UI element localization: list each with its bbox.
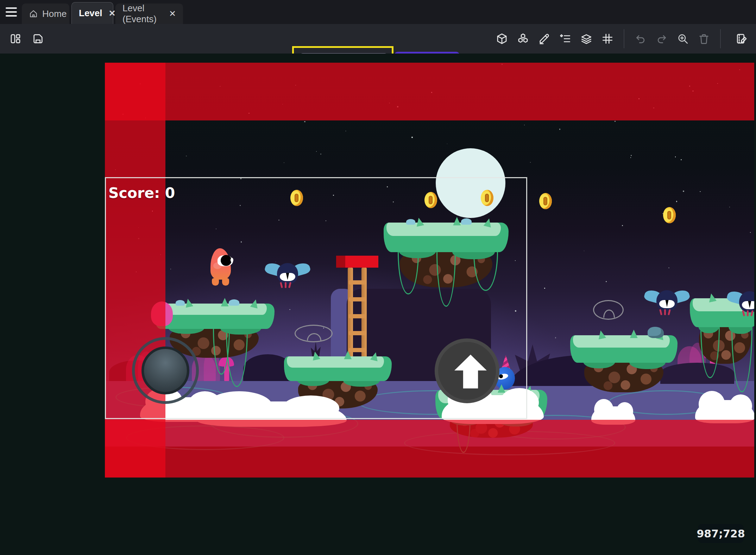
bat-leg (747, 310, 749, 316)
3d-box-icon[interactable] (496, 32, 508, 45)
editor-canvas[interactable]: Score: 0 987;728 (0, 54, 756, 555)
score-label: Score: 0 (108, 185, 175, 201)
toolbar-divider (720, 29, 721, 48)
instances-list-icon[interactable] (559, 32, 572, 45)
bat-pupil (746, 301, 753, 308)
trash-icon[interactable] (698, 32, 710, 45)
teal-rock (648, 327, 664, 338)
star (668, 267, 669, 268)
close-icon[interactable]: ✕ (167, 9, 176, 19)
toolbar: Preview Publish (0, 24, 756, 54)
star (559, 129, 560, 130)
close-icon[interactable]: ✕ (107, 8, 116, 18)
pencil-icon[interactable] (538, 32, 550, 45)
save-icon[interactable] (32, 32, 44, 45)
scene-edit-icon[interactable] (736, 32, 748, 45)
undo-icon[interactable] (634, 32, 647, 45)
tab-bar: Home Level ✕ Level (Events) ✕ (0, 0, 756, 24)
redo-icon[interactable] (655, 32, 668, 45)
tab-label: Level (79, 8, 102, 19)
up-arrow-icon (454, 355, 487, 388)
bat-pupil (663, 300, 670, 307)
eye-decoration (593, 300, 624, 320)
platform-vine (700, 327, 720, 378)
cursor-coordinates-badge: 987;728 (698, 524, 744, 543)
tab-level[interactable]: Level ✕ (71, 2, 113, 24)
star (411, 137, 413, 138)
zoom-in-icon[interactable] (676, 32, 689, 45)
eye-decoration-arc (603, 310, 615, 318)
panels-icon[interactable] (9, 32, 22, 45)
red-top-bar (105, 63, 754, 120)
bat-enemy (727, 289, 754, 320)
star (676, 201, 678, 202)
toolbar-left (9, 24, 44, 54)
coin (539, 193, 552, 209)
star (729, 207, 730, 207)
star (675, 156, 676, 157)
jump-button[interactable] (435, 338, 499, 403)
star (320, 154, 321, 155)
toolbar-divider (624, 29, 624, 48)
bat-eye (659, 300, 675, 308)
star (530, 162, 531, 163)
grid-icon[interactable] (601, 32, 614, 45)
star (304, 121, 305, 122)
platform (570, 330, 678, 404)
home-icon (29, 9, 38, 18)
star (186, 156, 187, 156)
star (750, 232, 751, 233)
tab-label: Level (Events) (122, 3, 163, 25)
bat-leg (664, 309, 666, 315)
game-scene[interactable]: Score: 0 (105, 63, 754, 478)
grass-leaf (629, 330, 638, 338)
star (555, 337, 556, 338)
red-bottom-bar (105, 420, 754, 478)
joystick-knob[interactable] (141, 347, 189, 394)
bat-enemy (644, 288, 689, 319)
objects-icon[interactable] (517, 32, 529, 45)
layers-icon[interactable] (580, 32, 593, 45)
coin (663, 207, 676, 223)
hamburger-menu-icon[interactable] (6, 7, 17, 17)
toolbar-right (496, 24, 748, 54)
bat-eye (742, 301, 754, 309)
tab-label: Home (42, 8, 67, 19)
tab-level-events[interactable]: Level (Events) ✕ (115, 4, 183, 24)
tab-home[interactable]: Home (22, 4, 69, 24)
